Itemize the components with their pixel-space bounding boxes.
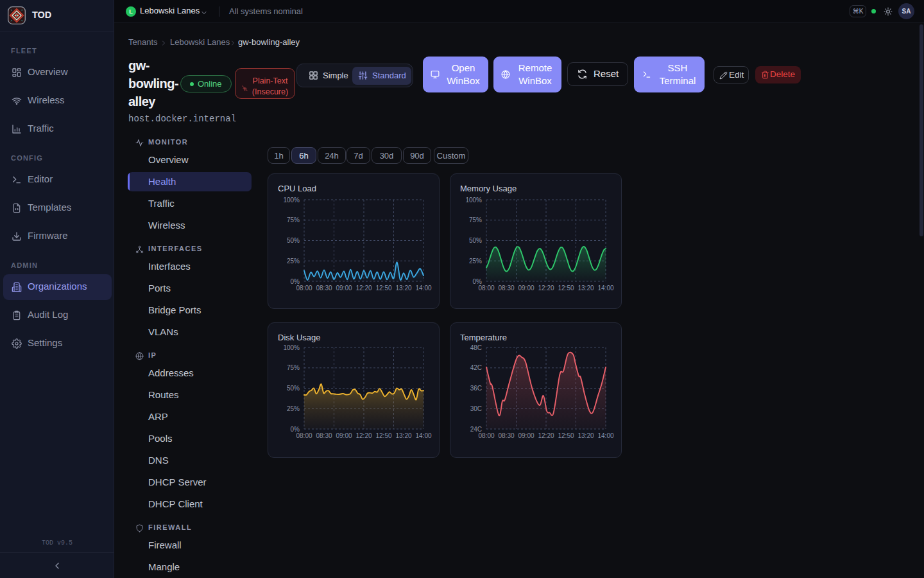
svg-text:12:20: 12:20 xyxy=(538,285,554,292)
svg-text:08:30: 08:30 xyxy=(498,285,514,292)
svg-text:48C: 48C xyxy=(470,344,482,351)
svg-text:50%: 50% xyxy=(287,385,300,392)
svg-text:42C: 42C xyxy=(470,364,482,371)
svg-text:100%: 100% xyxy=(465,197,482,204)
svg-text:09:00: 09:00 xyxy=(518,432,534,439)
svg-text:14:00: 14:00 xyxy=(597,285,613,292)
svg-text:50%: 50% xyxy=(469,237,482,244)
svg-text:0%: 0% xyxy=(473,278,483,285)
svg-text:08:00: 08:00 xyxy=(296,432,312,439)
svg-text:75%: 75% xyxy=(469,216,482,223)
svg-text:12:50: 12:50 xyxy=(558,432,574,439)
svg-text:08:00: 08:00 xyxy=(296,285,312,292)
svg-text:50%: 50% xyxy=(287,237,300,244)
svg-text:14:00: 14:00 xyxy=(415,432,431,439)
svg-text:75%: 75% xyxy=(287,216,300,223)
svg-text:12:50: 12:50 xyxy=(375,432,391,439)
svg-text:09:00: 09:00 xyxy=(518,285,534,292)
svg-text:08:30: 08:30 xyxy=(316,432,332,439)
svg-text:13:20: 13:20 xyxy=(395,285,411,292)
svg-text:12:50: 12:50 xyxy=(558,285,574,292)
svg-text:13:20: 13:20 xyxy=(578,432,594,439)
svg-text:100%: 100% xyxy=(283,344,300,351)
svg-text:08:30: 08:30 xyxy=(316,285,332,292)
svg-text:12:20: 12:20 xyxy=(538,432,554,439)
svg-text:12:20: 12:20 xyxy=(355,432,372,439)
svg-text:25%: 25% xyxy=(287,405,300,412)
svg-text:36C: 36C xyxy=(470,385,482,392)
svg-text:14:00: 14:00 xyxy=(597,432,613,439)
svg-text:08:00: 08:00 xyxy=(478,432,494,439)
svg-text:13:20: 13:20 xyxy=(578,285,594,292)
svg-text:12:50: 12:50 xyxy=(375,285,391,292)
svg-text:75%: 75% xyxy=(287,364,300,371)
svg-text:08:30: 08:30 xyxy=(498,432,514,439)
svg-text:09:00: 09:00 xyxy=(336,432,352,439)
svg-text:25%: 25% xyxy=(469,258,482,265)
svg-text:14:00: 14:00 xyxy=(415,285,431,292)
svg-text:30C: 30C xyxy=(470,405,482,412)
svg-text:12:20: 12:20 xyxy=(355,285,372,292)
svg-text:09:00: 09:00 xyxy=(336,285,352,292)
svg-text:08:00: 08:00 xyxy=(478,285,494,292)
svg-text:100%: 100% xyxy=(283,197,300,204)
svg-text:25%: 25% xyxy=(287,258,300,265)
svg-text:0%: 0% xyxy=(291,426,300,433)
svg-text:13:20: 13:20 xyxy=(395,432,411,439)
svg-text:24C: 24C xyxy=(470,426,482,433)
svg-text:0%: 0% xyxy=(291,278,300,285)
